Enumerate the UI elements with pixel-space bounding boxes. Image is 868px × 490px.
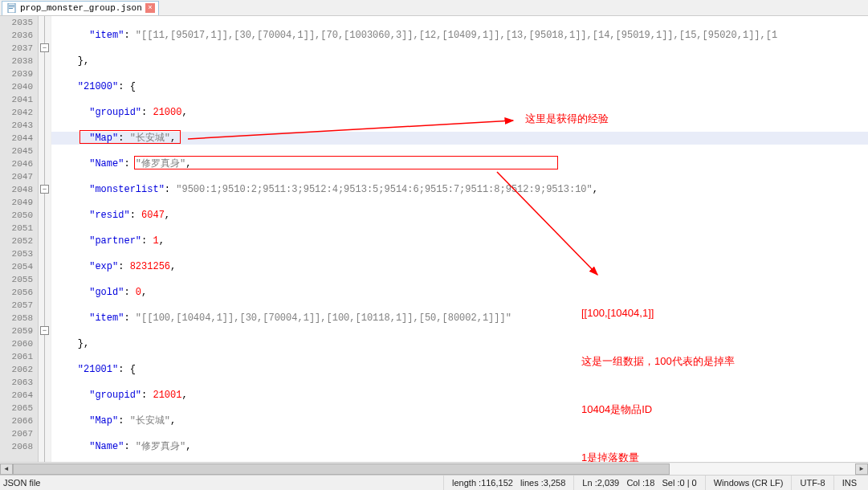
file-icon — [7, 3, 17, 13]
status-eol: Windows (CR LF) — [705, 476, 792, 490]
status-encoding: UTF-8 — [791, 476, 833, 490]
code-content[interactable]: "item": "[[11,[95017,1]],[30,[70004,1]],… — [51, 16, 868, 462]
status-filetype: JSON file — [3, 478, 56, 488]
svg-rect-3 — [9, 8, 13, 9]
scrollbar-track[interactable] — [13, 463, 855, 475]
scroll-right-button[interactable]: ► — [855, 463, 868, 475]
code-editor[interactable]: 2035203620372038203920402041204220432044… — [0, 16, 868, 462]
tab-filename: prop_monster_group.json — [20, 3, 142, 13]
fold-gutter: − − − — [39, 16, 51, 462]
horizontal-scrollbar[interactable]: ◄ ► — [0, 462, 868, 475]
tab-bar: prop_monster_group.json × — [0, 0, 868, 16]
tab-close-button[interactable]: × — [145, 3, 155, 13]
svg-rect-2 — [9, 6, 14, 7]
status-bar: JSON file length : 116,152 lines : 3,258… — [0, 475, 868, 490]
status-cursor: Ln : 2,039 Col : 18 Sel : 0 | 0 — [573, 476, 704, 490]
fold-toggle[interactable]: − — [40, 43, 49, 52]
svg-rect-1 — [9, 5, 14, 6]
status-mode: INS — [833, 476, 865, 490]
scrollbar-thumb[interactable] — [13, 463, 670, 475]
status-length: length : 116,152 lines : 3,258 — [443, 476, 573, 490]
scroll-left-button[interactable]: ◄ — [0, 463, 13, 475]
file-tab[interactable]: prop_monster_group.json × — [2, 1, 159, 15]
line-numbers: 2035203620372038203920402041204220432044… — [0, 16, 39, 462]
fold-toggle[interactable]: − — [40, 326, 49, 335]
fold-toggle[interactable]: − — [40, 185, 49, 194]
